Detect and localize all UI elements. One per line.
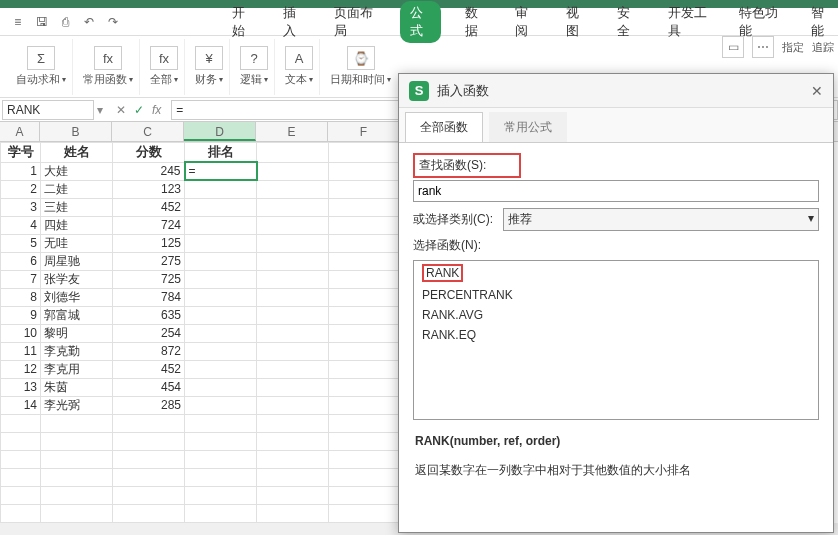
cell[interactable]: 二娃 — [41, 180, 113, 198]
cell[interactable] — [257, 468, 329, 486]
namebox-dropdown-icon[interactable]: ▾ — [94, 103, 106, 117]
tab-公式[interactable]: 公式 — [400, 1, 441, 43]
cell[interactable]: 724 — [113, 216, 185, 234]
header-cell[interactable] — [257, 143, 329, 163]
cell[interactable] — [329, 486, 401, 504]
close-icon[interactable]: ✕ — [811, 83, 823, 99]
ribbon-group-全部[interactable]: fx全部 ▾ — [144, 39, 185, 95]
cell[interactable]: 李克勤 — [41, 342, 113, 360]
cell[interactable]: 275 — [113, 252, 185, 270]
cell[interactable] — [329, 468, 401, 486]
dialog-titlebar[interactable]: S 插入函数 ✕ — [399, 74, 833, 108]
cell[interactable] — [257, 162, 329, 180]
app-menu-icon[interactable]: ≡ — [8, 12, 28, 32]
cell[interactable]: 5 — [1, 234, 41, 252]
cell[interactable]: 10 — [1, 324, 41, 342]
cell[interactable] — [113, 504, 185, 522]
cell[interactable]: = — [185, 162, 257, 180]
tab-数据[interactable]: 数据 — [459, 0, 492, 44]
cell[interactable]: 285 — [113, 396, 185, 414]
cell[interactable] — [185, 324, 257, 342]
header-cell[interactable]: 分数 — [113, 143, 185, 163]
cell[interactable]: 朱茵 — [41, 378, 113, 396]
name-manager-icon[interactable]: ▭ — [722, 36, 744, 58]
cell[interactable] — [329, 378, 401, 396]
cell[interactable] — [257, 450, 329, 468]
cell[interactable] — [185, 180, 257, 198]
cell[interactable] — [185, 198, 257, 216]
cell[interactable] — [257, 180, 329, 198]
cell[interactable] — [185, 288, 257, 306]
cell[interactable] — [185, 234, 257, 252]
cancel-formula-icon[interactable]: ✕ — [116, 103, 126, 117]
cell[interactable] — [257, 360, 329, 378]
cell[interactable] — [329, 414, 401, 432]
cell[interactable] — [185, 342, 257, 360]
tab-开发工具[interactable]: 开发工具 — [662, 0, 716, 44]
cell[interactable] — [185, 396, 257, 414]
cell[interactable] — [329, 252, 401, 270]
zhiding-label[interactable]: 指定 — [782, 40, 804, 55]
cell[interactable] — [329, 162, 401, 180]
cell[interactable] — [329, 504, 401, 522]
trace-icon[interactable]: ⋯ — [752, 36, 774, 58]
cell[interactable] — [113, 450, 185, 468]
cell[interactable] — [185, 432, 257, 450]
header-cell[interactable]: 学号 — [1, 143, 41, 163]
cell[interactable] — [1, 468, 41, 486]
cell[interactable] — [41, 486, 113, 504]
cell[interactable]: 7 — [1, 270, 41, 288]
cell[interactable] — [329, 450, 401, 468]
cell[interactable] — [185, 360, 257, 378]
cell[interactable]: 784 — [113, 288, 185, 306]
cell[interactable] — [185, 504, 257, 522]
cell[interactable] — [41, 450, 113, 468]
cell[interactable] — [1, 450, 41, 468]
tab-页面布局[interactable]: 页面布局 — [328, 0, 382, 44]
cell[interactable]: 125 — [113, 234, 185, 252]
ribbon-group-财务[interactable]: ¥财务 ▾ — [189, 39, 230, 95]
col-header-C[interactable]: C — [112, 122, 184, 141]
undo-icon[interactable]: ↶ — [79, 12, 99, 32]
col-header-F[interactable]: F — [328, 122, 400, 141]
cell[interactable]: 123 — [113, 180, 185, 198]
cell[interactable]: 13 — [1, 378, 41, 396]
cell[interactable] — [1, 486, 41, 504]
cell[interactable]: 452 — [113, 198, 185, 216]
tab-common-formulas[interactable]: 常用公式 — [489, 112, 567, 142]
cell[interactable] — [257, 378, 329, 396]
fx-icon[interactable]: fx — [152, 103, 161, 117]
cell[interactable]: 2 — [1, 180, 41, 198]
cell[interactable] — [41, 432, 113, 450]
cell[interactable]: 254 — [113, 324, 185, 342]
tab-all-functions[interactable]: 全部函数 — [405, 112, 483, 142]
cell[interactable]: 12 — [1, 360, 41, 378]
cell[interactable] — [257, 396, 329, 414]
ribbon-group-日期和时间[interactable]: ⌚日期和时间 ▾ — [324, 39, 397, 95]
col-header-A[interactable]: A — [0, 122, 40, 141]
cell[interactable] — [257, 414, 329, 432]
cell[interactable] — [1, 504, 41, 522]
cell[interactable] — [41, 504, 113, 522]
function-item-PERCENTRANK[interactable]: PERCENTRANK — [414, 285, 818, 305]
cell[interactable]: 四娃 — [41, 216, 113, 234]
cell[interactable]: 11 — [1, 342, 41, 360]
cell[interactable] — [41, 414, 113, 432]
cell[interactable]: 三娃 — [41, 198, 113, 216]
cell[interactable] — [329, 306, 401, 324]
cell[interactable] — [257, 252, 329, 270]
tab-审阅[interactable]: 审阅 — [509, 0, 542, 44]
accept-formula-icon[interactable]: ✓ — [134, 103, 144, 117]
cell[interactable] — [185, 270, 257, 288]
ribbon-group-文本[interactable]: A文本 ▾ — [279, 39, 320, 95]
cell[interactable]: 725 — [113, 270, 185, 288]
cell[interactable] — [113, 414, 185, 432]
function-item-RANK[interactable]: RANK — [414, 261, 818, 285]
cell[interactable] — [329, 234, 401, 252]
ribbon-group-自动求和[interactable]: Σ自动求和 ▾ — [10, 39, 73, 95]
cell[interactable] — [329, 180, 401, 198]
cell[interactable] — [257, 486, 329, 504]
cell[interactable] — [257, 504, 329, 522]
ribbon-group-逻辑[interactable]: ?逻辑 ▾ — [234, 39, 275, 95]
cell[interactable] — [257, 324, 329, 342]
